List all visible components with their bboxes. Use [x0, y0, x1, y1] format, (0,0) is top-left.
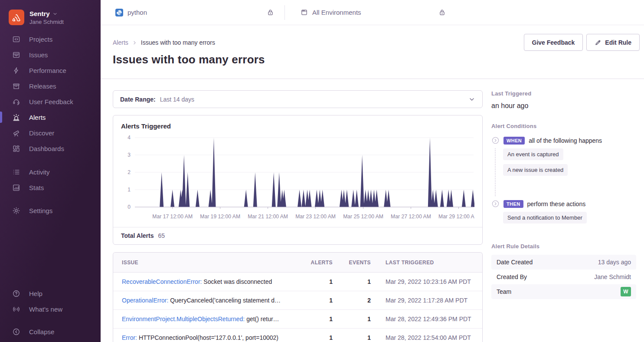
sidebar-item-collapse[interactable]: Collapse — [0, 324, 101, 339]
sidebar-item-projects[interactable]: Projects — [0, 31, 101, 47]
whats-new-icon — [12, 305, 20, 313]
sidebar-item-what-s-new[interactable]: What's new — [0, 301, 101, 317]
sidebar-item-discover[interactable]: Discover — [0, 125, 101, 141]
sidebar-item-label: Alerts — [29, 114, 46, 121]
issue-detail: get() retur… — [246, 316, 279, 322]
sidebar-item-performance[interactable]: Performance — [0, 62, 101, 78]
issue-type-link[interactable]: RecoverableConnectionError: — [122, 278, 202, 285]
topbar-divider — [284, 5, 285, 20]
issue-type-link[interactable]: OperationalError: — [122, 297, 168, 304]
lock-icon[interactable] — [267, 9, 274, 16]
svg-text:2: 2 — [127, 169, 131, 175]
issue-type-link[interactable]: Error: — [122, 334, 137, 341]
detail-row-created-by: Created ByJane Schmidt — [491, 270, 636, 284]
date-range-select[interactable]: Date Range: Last 14 days — [113, 90, 483, 108]
sidebar-item-label: Discover — [29, 129, 54, 137]
events-count: 2 — [333, 297, 371, 304]
condition-badge: WHEN — [503, 137, 525, 145]
right-panel: Last Triggered an hour ago Alert Conditi… — [491, 90, 636, 342]
condition-text: perform these actions — [527, 201, 586, 207]
org-user: Jane Schmidt — [29, 19, 64, 25]
page-title: Issues with too many errors — [113, 53, 640, 66]
nav-main: ProjectsIssuesPerformanceReleasesUser Fe… — [0, 31, 101, 156]
activity-icon — [12, 168, 20, 176]
alert-rule-details: Date Created13 days agoCreated ByJane Sc… — [491, 255, 636, 299]
sidebar-item-releases[interactable]: Releases — [0, 78, 101, 94]
table-row[interactable]: RecoverableConnectionError: Socket was d… — [113, 273, 482, 291]
condition-item: An event is captured — [503, 148, 563, 160]
project-selector[interactable]: python — [115, 9, 284, 16]
sentry-logo-icon — [9, 10, 24, 25]
nav-settings: Settings — [0, 203, 101, 218]
page-header: Alerts Issues with too many errors Issue… — [101, 25, 644, 79]
alerts-count: 1 — [294, 278, 333, 285]
sidebar-item-label: Stats — [29, 184, 44, 191]
table-row[interactable]: OperationalError: QueryCanceled('canceli… — [113, 291, 482, 310]
svg-text:4: 4 — [127, 135, 131, 141]
alerts-count: 1 — [294, 297, 333, 304]
total-alerts-label: Total Alerts — [121, 232, 154, 239]
environment-name: All Environments — [312, 9, 361, 16]
sidebar-item-settings[interactable]: Settings — [0, 203, 101, 218]
sidebar-item-label: User Feedback — [29, 98, 73, 105]
events-count: 1 — [333, 334, 371, 341]
sidebar-item-user-feedback[interactable]: User Feedback — [0, 94, 101, 109]
sidebar-item-alerts[interactable]: Alerts — [0, 109, 101, 125]
last-triggered-timestamp: Mar 29, 2022 10:23:16 AM PDT — [371, 278, 474, 285]
pencil-icon — [595, 39, 602, 46]
sidebar-item-issues[interactable]: Issues — [0, 47, 101, 62]
last-triggered-timestamp: Mar 29, 2022 1:17:28 AM PDT — [371, 297, 474, 304]
nav-footer: HelpWhat's new — [0, 286, 101, 317]
date-range-label: Date Range: — [120, 96, 156, 103]
issue-type-link[interactable]: EnvironmentProject.MultipleObjectsReturn… — [122, 316, 245, 322]
alerts-count: 1 — [294, 316, 333, 322]
issue-detail: HTTPConnectionPool(host='127.0.0.1', por… — [139, 334, 278, 341]
give-feedback-button[interactable]: Give Feedback — [524, 34, 583, 51]
sidebar-item-label: What's new — [29, 306, 62, 313]
detail-row-date-created: Date Created13 days ago — [491, 255, 636, 270]
releases-icon — [12, 82, 20, 90]
user-feedback-icon — [12, 98, 20, 106]
breadcrumb-alerts-link[interactable]: Alerts — [113, 39, 128, 46]
condition-group-then: THENperform these actionsSend a notifica… — [491, 200, 636, 228]
svg-text:1: 1 — [127, 187, 131, 193]
detail-label: Team — [497, 288, 511, 295]
condition-item: Send a notification to Member — [503, 212, 587, 224]
sidebar-item-label: Performance — [29, 67, 66, 74]
issue-detail: QueryCanceled('canceling statement d… — [170, 297, 281, 304]
sidebar-item-label: Releases — [29, 82, 56, 90]
sidebar-item-dashboards[interactable]: Dashboards — [0, 141, 101, 156]
org-switcher[interactable]: Sentry Jane Schmidt — [0, 0, 101, 25]
environments-icon — [301, 9, 308, 16]
edit-rule-button[interactable]: Edit Rule — [586, 34, 640, 51]
team-avatar-badge[interactable]: W — [621, 287, 631, 296]
table-row[interactable]: EnvironmentProject.MultipleObjectsReturn… — [113, 310, 482, 329]
sidebar-item-stats[interactable]: Stats — [0, 180, 101, 195]
environment-selector[interactable]: All Environments — [301, 9, 361, 16]
sidebar-item-label: Activity — [29, 168, 50, 176]
sidebar-item-help[interactable]: Help — [0, 286, 101, 301]
chevron-down-icon — [52, 11, 58, 16]
project-name: python — [127, 9, 147, 16]
column-header-issue: ISSUE — [122, 260, 294, 266]
sidebar-item-label: Projects — [29, 36, 52, 43]
detail-row-team: TeamW — [491, 284, 636, 299]
sidebar-item-activity[interactable]: Activity — [0, 164, 101, 180]
alert-rule-details-heading: Alert Rule Details — [491, 243, 636, 250]
sidebar-item-label: Collapse — [29, 328, 54, 335]
events-count: 1 — [333, 278, 371, 285]
last-triggered-heading: Last Triggered — [491, 90, 636, 97]
chevron-right-icon — [132, 40, 137, 46]
detail-value: 13 days ago — [598, 259, 631, 266]
condition-badge: THEN — [503, 200, 523, 208]
table-row[interactable]: Error: HTTPConnectionPool(host='127.0.0.… — [113, 329, 482, 342]
alert-conditions: WHENall of the following happensAn event… — [491, 136, 636, 228]
issue-cell: RecoverableConnectionError: Socket was d… — [122, 278, 294, 285]
svg-text:Mar 19 12:00 AM: Mar 19 12:00 AM — [200, 214, 240, 220]
lock-icon[interactable] — [438, 9, 446, 16]
svg-text:Mar 25 12:00 AM: Mar 25 12:00 AM — [343, 214, 383, 220]
sidebar-item-label: Dashboards — [29, 145, 64, 152]
column-header-alerts: ALERTS — [294, 260, 333, 266]
alerts-triggered-chart: 01234Mar 17 12:00 AMMar 19 12:00 AMMar 2… — [121, 131, 474, 227]
sidebar-item-label: Settings — [29, 207, 52, 214]
